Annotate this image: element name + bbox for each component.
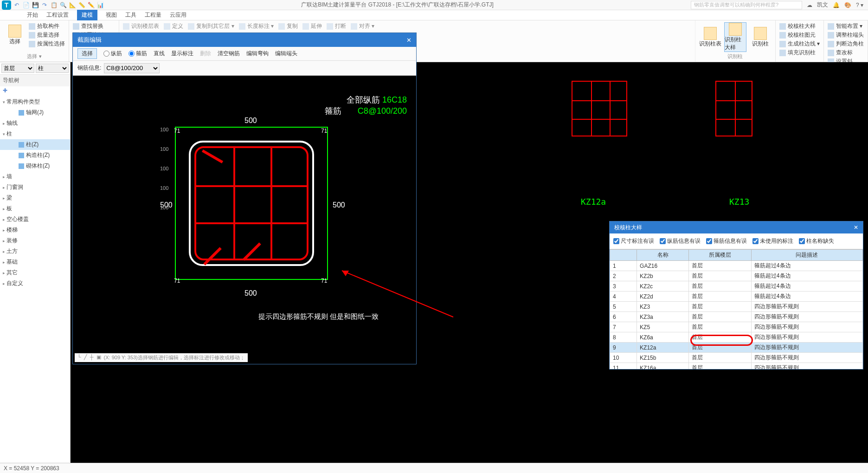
tree-item[interactable]: 轴网(J) [0,107,70,118]
tb-clear[interactable]: 清空钢筋 [218,50,240,58]
menu-tab[interactable]: 工具 [125,11,136,19]
diag-icon[interactable]: ╱ [84,354,87,361]
component-select[interactable]: 柱 [36,64,69,73]
table-row[interactable]: 1GAZ16首层箍筋超过4条边 [610,261,863,271]
table-row[interactable]: 2KZ2b首层箍筋超过4条边 [610,271,863,281]
qat-button[interactable]: 📄 [22,1,30,9]
close-icon[interactable]: ✕ [406,37,411,44]
ribbon-big-button[interactable]: 识别柱表 [699,22,721,52]
table-header[interactable]: 问题描述 [751,250,862,261]
ribbon-big-button[interactable]: 识别柱大样 [724,22,746,52]
qat-button[interactable]: 💾 [32,1,39,9]
tree-category[interactable]: 装修 [0,235,70,246]
filter-checkbox[interactable]: 尺寸标注有误 [613,237,654,245]
ribbon-item[interactable]: 校核柱图元 [779,31,820,39]
ribbon-item[interactable]: 对齐 ▾ [351,22,374,30]
qat-button[interactable]: ↷ [41,1,48,9]
cloud-icon[interactable]: ☁ [807,2,812,8]
tb-end[interactable]: 编辑端头 [275,50,297,58]
skin-icon[interactable]: 🎨 [844,2,851,8]
ribbon-item[interactable]: 批量选择 [29,31,65,39]
search-hint[interactable]: 钢筋零直值调整可以精确到何种程度? [691,1,802,9]
validate-title-bar[interactable]: 校核柱大样 ✕ [610,221,863,233]
filter-checkbox[interactable]: 柱名称缺失 [799,237,834,245]
ribbon-item[interactable]: 复制到其它层 ▾ [188,22,234,30]
tree-item[interactable]: 柱(Z) [0,139,70,150]
nav-add[interactable]: ✚ [0,86,70,95]
tb-line[interactable]: 直线 [154,50,165,58]
ribbon-item[interactable]: 长度标注 ▾ [239,22,274,30]
table-row[interactable]: 4KZ2d首层箍筋超过4条边 [610,292,863,302]
ribbon-item[interactable]: 延伸 [302,22,322,30]
qat-button[interactable]: 🔍 [59,1,67,9]
tree-category[interactable]: 墙 [0,171,70,182]
table-row[interactable]: 5KZ3首层四边形箍筋不规则 [610,302,863,312]
tree-item[interactable]: 构造柱(Z) [0,150,70,161]
qat-button[interactable]: 📏 [78,1,85,9]
ribbon-item[interactable]: 智能布置 ▾ [828,22,864,30]
tb-select[interactable]: 选择 [77,48,97,59]
ribbon-item[interactable]: 生成柱边线 ▾ [779,40,820,48]
rebar-info-select[interactable]: C8@100/200 [104,63,160,73]
ribbon-item[interactable]: 调整柱端头 [828,31,864,39]
table-row[interactable]: 9KZ12a首层四边形箍筋不规则 [610,343,863,353]
floor-select[interactable]: 首层 [1,64,34,73]
table-header[interactable] [610,250,637,261]
table-header[interactable]: 名称 [637,250,689,261]
table-row[interactable]: 10KZ15b首层四边形箍筋不规则 [610,353,863,363]
tb-bend[interactable]: 编辑弯钩 [246,50,269,58]
ribbon-item[interactable]: 复制 [278,22,298,30]
tree-category[interactable]: 其它 [0,267,70,278]
table-row[interactable]: 11KZ16a首层四边形箍筋不规则 [610,363,863,369]
ribbon-item[interactable]: 拾取构件 [29,22,65,30]
ribbon-item[interactable]: 识别楼层表 [123,22,159,30]
tree-item[interactable]: 砌体柱(Z) [0,161,70,171]
tree-category[interactable]: 常用构件类型 [0,97,70,107]
origin-icon[interactable]: └ [77,354,81,361]
qat-button[interactable]: ↶ [13,1,20,9]
table-row[interactable]: 6KZ3a首层四边形箍筋不规则 [610,312,863,322]
tree-category[interactable]: 柱 [0,129,70,139]
ribbon-item[interactable]: 填充识别柱 [779,49,820,57]
tree-category[interactable]: 梁 [0,193,70,203]
tree-category[interactable]: 空心楼盖 [0,214,70,225]
filter-checkbox[interactable]: 未使用的标注 [752,237,793,245]
table-header[interactable]: 所属楼层 [689,250,751,261]
filter-checkbox[interactable]: 纵筋信息有误 [660,237,701,245]
tree-category[interactable]: 门窗洞 [0,182,70,193]
qat-button[interactable]: 📐 [69,1,76,9]
ribbon-item[interactable]: 校核柱大样 [779,22,820,30]
ribbon-item[interactable]: 定义 [164,22,183,30]
ribbon-item[interactable]: 判断边角柱 [828,40,864,48]
menu-tab[interactable]: 视图 [106,11,117,19]
close-icon[interactable]: ✕ [854,224,858,231]
table-row[interactable]: 3KZ2c首层箍筋超过4条边 [610,281,863,292]
tb-dim[interactable]: 显示标注 [171,50,193,58]
menu-tab[interactable]: 建模 [77,10,97,20]
dialog-canvas[interactable]: 全部纵筋 16C18 箍筋 C8@100/200 500 500 500 500… [73,76,416,364]
user-name[interactable]: 凯文 [817,1,828,9]
qat-button[interactable]: 📊 [96,1,104,9]
dialog-title-bar[interactable]: 截面编辑 ✕ [73,33,416,47]
menu-tab[interactable]: 开始 [27,11,38,19]
tree-category[interactable]: 基础 [0,257,70,267]
tree-category[interactable]: 土方 [0,246,70,257]
qat-button[interactable]: ✏️ [87,1,95,9]
tree-category[interactable]: 自定义 [0,278,70,289]
tree-category[interactable]: 楼梯 [0,225,70,235]
ribbon-big-button[interactable]: 识别柱 [749,22,772,52]
bell-icon[interactable]: 🔔 [833,2,840,8]
ribbon-item[interactable]: 查找替换 [73,22,115,30]
ribbon-item[interactable]: 查改标 [828,49,864,57]
select-button[interactable]: 选择 [4,22,26,48]
filter-checkbox[interactable]: 箍筋信息有误 [706,237,747,245]
ribbon-item[interactable]: 打断 [327,22,346,30]
tb-gujin[interactable]: 箍筋 [129,50,147,58]
qat-button[interactable]: 📋 [50,1,58,9]
cross-icon[interactable]: ┼ [90,354,94,361]
table-row[interactable]: 7KZ5首层四边形箍筋不规则 [610,322,863,332]
ribbon-item[interactable]: 按属性选择 [29,40,65,48]
menu-tab[interactable]: 工程量 [145,11,161,19]
tree-category[interactable]: 轴线 [0,118,70,129]
menu-tab[interactable]: 工程设置 [46,11,69,19]
